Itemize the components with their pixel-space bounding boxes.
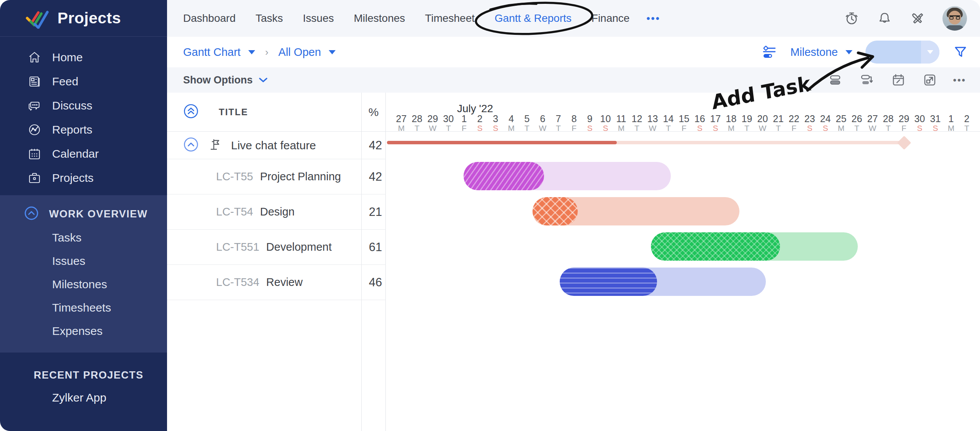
sidebar-item-calendar[interactable]: Calendar: [0, 142, 167, 166]
brand-header[interactable]: Projects: [0, 0, 167, 37]
critical-path-icon[interactable]: [859, 72, 875, 88]
add-task-dropdown[interactable]: [921, 41, 939, 64]
milestone-progress-line[interactable]: [387, 141, 617, 144]
filter-view-selector[interactable]: All Open: [279, 46, 336, 59]
schedule-date-icon[interactable]: [890, 72, 906, 88]
add-task-button[interactable]: [865, 41, 939, 64]
options-row: Show Options: [167, 67, 980, 93]
work-overview-header[interactable]: WORK OVERVIEW: [0, 202, 167, 226]
more-options-button[interactable]: •••: [953, 75, 966, 85]
day-column: 3S: [488, 114, 503, 133]
day-column: 17S: [708, 114, 723, 133]
work-overview-item-issues[interactable]: Issues: [0, 249, 167, 273]
chevron-down-icon: [329, 50, 336, 54]
avatar-glasses: [949, 15, 960, 19]
day-column: 29F: [896, 114, 912, 133]
day-column: 28T: [409, 114, 425, 133]
task-name[interactable]: Design: [260, 206, 295, 218]
sidebar-item-label: Projects: [52, 171, 93, 184]
day-column: 27M: [393, 114, 409, 133]
gantt-task-bar[interactable]: [651, 232, 858, 261]
user-avatar[interactable]: [942, 6, 967, 31]
tools-icon[interactable]: [910, 10, 926, 26]
recent-projects-label: RECENT PROJECTS: [0, 364, 167, 386]
collapse-all-icon[interactable]: [183, 103, 199, 121]
sidebar: Projects HomeFeedDiscussReportsCalendarP…: [0, 0, 167, 431]
day-column: 30T: [441, 114, 456, 133]
work-overview-item-milestones[interactable]: Milestones: [0, 273, 167, 296]
sidebar-item-projects[interactable]: Projects: [0, 166, 167, 190]
projects-icon: [27, 170, 42, 186]
nav-tab-dashboard[interactable]: Dashboard: [183, 12, 236, 24]
group-by-selector[interactable]: Milestone: [790, 46, 852, 59]
top-nav-right: [844, 0, 967, 37]
day-column: 31S: [928, 114, 943, 133]
show-options-toggle[interactable]: Show Options: [183, 74, 268, 86]
view-selector[interactable]: Gantt Chart: [183, 46, 255, 59]
sidebar-item-feed[interactable]: Feed: [0, 69, 167, 93]
collapse-milestone-icon[interactable]: [183, 137, 199, 154]
filter-icon[interactable]: [952, 44, 969, 60]
sidebar-item-label: Home: [52, 51, 83, 64]
work-overview-items: TasksIssuesMilestonesTimesheetsExpenses: [0, 226, 167, 343]
task-row-review[interactable]: LC-T534Review46: [167, 265, 386, 300]
work-overview-item-expenses[interactable]: Expenses: [0, 319, 167, 343]
timer-icon[interactable]: [844, 10, 860, 26]
title-column-header: TITLE: [167, 93, 361, 131]
customize-view-icon[interactable]: [761, 44, 777, 60]
day-column: 13W: [645, 114, 660, 133]
nav-tab-finance[interactable]: Finance: [592, 12, 630, 24]
reports-icon: [27, 122, 42, 137]
sidebar-item-home[interactable]: Home: [0, 45, 167, 69]
home-icon: [27, 50, 42, 65]
task-row-design[interactable]: LC-T54Design21: [167, 194, 386, 230]
bell-icon[interactable]: [877, 10, 893, 26]
sidebar-recent-section: RECENT PROJECTS Zylker App: [0, 353, 167, 409]
timeline-days: 27M28T29W30T1F2S3S4M5T6W7T8F9S10S11M12T1…: [393, 114, 975, 133]
gantt-task-progress: [651, 232, 780, 261]
recent-project-item[interactable]: Zylker App: [0, 386, 167, 409]
nav-tab-gantt-reports[interactable]: Gantt & Reports: [495, 12, 572, 24]
nav-overflow-button[interactable]: •••: [646, 13, 660, 24]
breadcrumb-separator: ›: [265, 46, 269, 58]
day-column: 23S: [802, 114, 818, 133]
milestone-row-live-chat-feature[interactable]: Live chat feature42: [167, 132, 386, 159]
nav-tab-tasks[interactable]: Tasks: [256, 12, 283, 24]
baseline-rows-icon[interactable]: [828, 72, 844, 88]
chevron-down-icon: [248, 50, 255, 54]
work-overview-item-tasks[interactable]: Tasks: [0, 226, 167, 249]
section-collapse-icon[interactable]: [24, 206, 39, 222]
percent-value: 61: [361, 230, 386, 264]
milestone-end-diamond[interactable]: [897, 136, 911, 150]
sidebar-item-discuss[interactable]: Discuss: [0, 93, 167, 118]
nav-tab-milestones[interactable]: Milestones: [354, 12, 405, 24]
task-name[interactable]: Review: [266, 276, 303, 289]
gantt-task-bar[interactable]: [560, 268, 766, 296]
main-area: DashboardTasksIssuesMilestonesTimesheetG…: [167, 0, 980, 431]
milestone-name[interactable]: Live chat feature: [231, 139, 316, 152]
task-row-development[interactable]: LC-T551Development61: [167, 230, 386, 265]
day-column: 2T: [959, 114, 975, 133]
sidebar-item-reports[interactable]: Reports: [0, 118, 167, 142]
percent-value: 21: [361, 194, 386, 229]
gantt-task-bar[interactable]: [464, 162, 671, 190]
nav-tab-timesheet[interactable]: Timesheet: [425, 12, 475, 24]
sidebar-item-label: Reports: [52, 123, 92, 136]
top-navigation: DashboardTasksIssuesMilestonesTimesheetG…: [167, 0, 980, 37]
toolbar-right: Milestone: [761, 41, 969, 64]
gantt-task-bar[interactable]: [533, 197, 739, 225]
task-row-project-planning[interactable]: LC-T55Project Planning42: [167, 159, 386, 194]
task-name[interactable]: Project Planning: [260, 170, 341, 183]
day-column: 6W: [535, 114, 551, 133]
nav-tab-issues[interactable]: Issues: [303, 12, 334, 24]
expand-icon[interactable]: [922, 72, 938, 88]
day-column: 24S: [818, 114, 833, 133]
day-column: 4M: [503, 114, 519, 133]
day-column: 1F: [456, 114, 472, 133]
chevron-down-icon: [927, 50, 933, 54]
work-overview-item-timesheets[interactable]: Timesheets: [0, 296, 167, 319]
sidebar-main-nav: HomeFeedDiscussReportsCalendarProjects: [0, 37, 167, 190]
brand-name: Projects: [57, 9, 121, 27]
task-name[interactable]: Development: [266, 241, 332, 253]
gantt-content: TITLE % Live chat feature42LC-T55Project…: [167, 93, 980, 431]
